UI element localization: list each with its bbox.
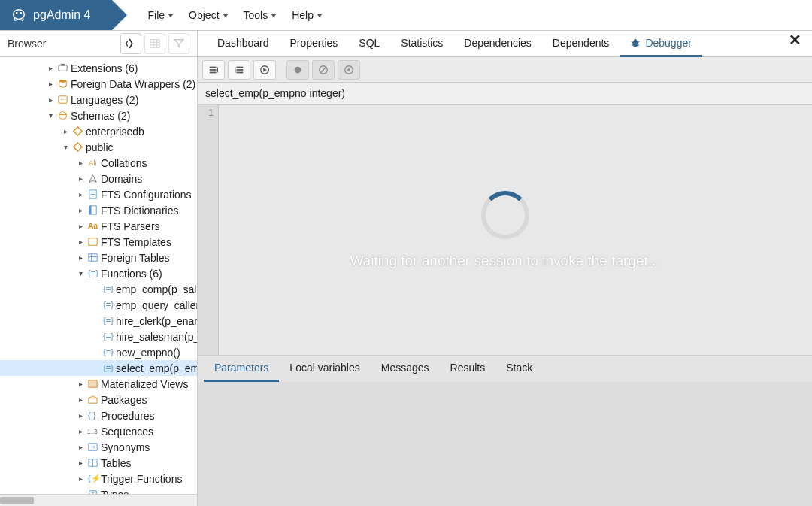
lang-icon: ⋯ [56,94,69,105]
tab-sql[interactable]: SQL [348,31,390,57]
tree-expand-icon[interactable]: ▸ [45,64,56,72]
tree-expand-icon[interactable]: ▸ [75,411,86,420]
tree-item[interactable]: ▾public [0,139,197,155]
tree-expand-icon[interactable]: ▸ [75,253,86,262]
tree-expand-icon[interactable]: ▸ [75,206,86,214]
tree-item[interactable]: ▸Extensions (6) [0,60,197,76]
tree-expand-icon[interactable]: ▸ [60,127,71,135]
tree-expand-icon[interactable]: ▸ [75,395,86,404]
tree-item[interactable]: {=}emp_query_caller() [0,297,197,313]
tree-expand-icon[interactable]: ▸ [45,95,56,104]
tab-properties[interactable]: Properties [280,31,349,57]
tree-item[interactable]: {=}new_empno() [0,344,197,360]
step-into-button[interactable] [202,60,225,80]
svg-text:{=}: {=} [102,363,113,372]
logo[interactable]: pgAdmin 4 [0,0,112,30]
browser-tree[interactable]: ▸Extensions (6)▸Foreign Data Wrappers (2… [0,57,198,506]
svg-point-59 [295,66,301,73]
tree-expand-icon[interactable]: ▸ [75,222,86,230]
svg-text:{=}: {=} [102,347,113,356]
bottom-tab-messages[interactable]: Messages [371,356,440,382]
tree-item[interactable]: ▸Synonyms [0,439,197,455]
diamond-icon [71,126,84,137]
tab-debugger[interactable]: Debugger [620,31,702,57]
fn-icon: {=} [86,268,99,279]
menu-file[interactable]: File [142,5,180,26]
browser-title: Browser [8,38,117,50]
svg-line-12 [638,44,640,45]
bottom-tab-local-variables[interactable]: Local variables [279,356,370,382]
close-tab-button[interactable]: ✕ [778,31,812,56]
tree-expand-icon[interactable]: ▸ [75,427,86,435]
tree-item[interactable]: ▸Packages [0,392,197,408]
tab-dependents[interactable]: Dependents [542,31,620,57]
tree-item[interactable]: {=}select_emp(p_empno integer) [0,360,197,376]
tree-expand-icon[interactable]: ▸ [75,238,86,246]
tree-item[interactable]: ▸enterprisedb [0,123,197,139]
horizontal-scrollbar[interactable] [0,494,197,506]
tree-item[interactable]: ▸AaFTS Parsers [0,218,197,234]
tree-item[interactable]: ▸Foreign Data Wrappers (2) [0,76,197,92]
tree-item[interactable]: ▸ACollations [0,155,197,171]
bottom-tab-parameters[interactable]: Parameters [204,356,279,382]
view-data-button [144,33,165,54]
tree-item[interactable]: ▸{⚡}Trigger Functions [0,471,197,486]
tree-item[interactable]: {=}hire_clerk(p_ename character varying) [0,313,197,329]
tree-expand-icon[interactable]: ▾ [75,269,86,277]
bottom-tab-stack[interactable]: Stack [495,356,543,382]
bottom-tab-results[interactable]: Results [440,356,496,382]
tree-item[interactable]: ▸Tables [0,455,197,471]
tree-label: new_empno() [114,347,180,359]
svg-text:Aa: Aa [87,222,97,230]
tree-expand-icon[interactable]: ▸ [75,159,86,167]
tree-item[interactable]: ▸{ }Procedures [0,408,197,423]
tab-dependencies[interactable]: Dependencies [453,31,542,57]
tree-item[interactable]: ▸⋯Languages (2) [0,92,197,108]
tree-item[interactable]: ▾Schemas (2) [0,108,197,123]
tree-expand-icon[interactable]: ▸ [75,190,86,198]
tree-item[interactable]: {=}emp_comp(p_sal numeric, p_comm numeri… [0,281,197,297]
tree-item[interactable]: ▸Domains [0,171,197,186]
menu-help[interactable]: Help [286,5,329,26]
tree-expand-icon[interactable]: ▸ [75,443,86,451]
tree-item[interactable]: ▸Foreign Tables [0,250,197,265]
tree-item[interactable]: ▸FTS Dictionaries [0,202,197,218]
svg-text:{=}: {=} [87,268,98,277]
menu-object[interactable]: Object [183,5,234,26]
wrap-icon [56,78,69,89]
tree-expand-icon[interactable]: ▸ [75,459,86,467]
tree-item[interactable]: ▸FTS Configurations [0,186,197,202]
code-editor[interactable]: 1 Waiting for another session to invoke … [198,105,812,355]
tree-item[interactable]: ▾{=}Functions (6) [0,265,197,281]
tree-expand-icon[interactable]: ▾ [60,143,71,151]
tree-label: emp_comp(p_sal numeric, p_comm numeric) [114,283,197,295]
svg-point-21 [89,181,95,183]
tree-label: Synonyms [99,441,150,453]
tree-expand-icon[interactable]: ▾ [45,111,56,120]
svg-point-16 [59,80,65,83]
debugger-toolbar [198,57,812,83]
tree-label: FTS Dictionaries [99,205,178,217]
tree-expand-icon[interactable]: ▸ [75,380,86,388]
tab-statistics[interactable]: Statistics [390,31,453,57]
tab-dashboard[interactable]: Dashboard [207,31,280,57]
query-tool-button[interactable] [120,33,141,54]
tree-item[interactable]: ▸1..3Sequences [0,423,197,439]
fn-icon: {=} [101,283,114,295]
top-bar: pgAdmin 4 FileObjectToolsHelp [0,0,812,30]
svg-text:{ }: { } [87,411,95,420]
tree-expand-icon[interactable]: ▸ [75,474,86,483]
svg-text:A: A [88,159,93,167]
tree-expand-icon[interactable]: ▸ [45,80,56,88]
svg-rect-3 [150,40,159,48]
step-over-button[interactable] [228,60,250,80]
tree-expand-icon[interactable]: ▸ [75,174,86,183]
proc-icon: { } [86,410,99,421]
tree-item[interactable]: {=}hire_salesman(p_ename character varyi… [0,329,197,344]
tree-item[interactable]: ▸Materialized Views [0,376,197,392]
menu-tools[interactable]: Tools [238,5,283,26]
elephant-icon [11,7,27,23]
ftst-icon [86,236,99,247]
continue-button[interactable] [253,60,276,80]
tree-item[interactable]: ▸FTS Templates [0,234,197,250]
